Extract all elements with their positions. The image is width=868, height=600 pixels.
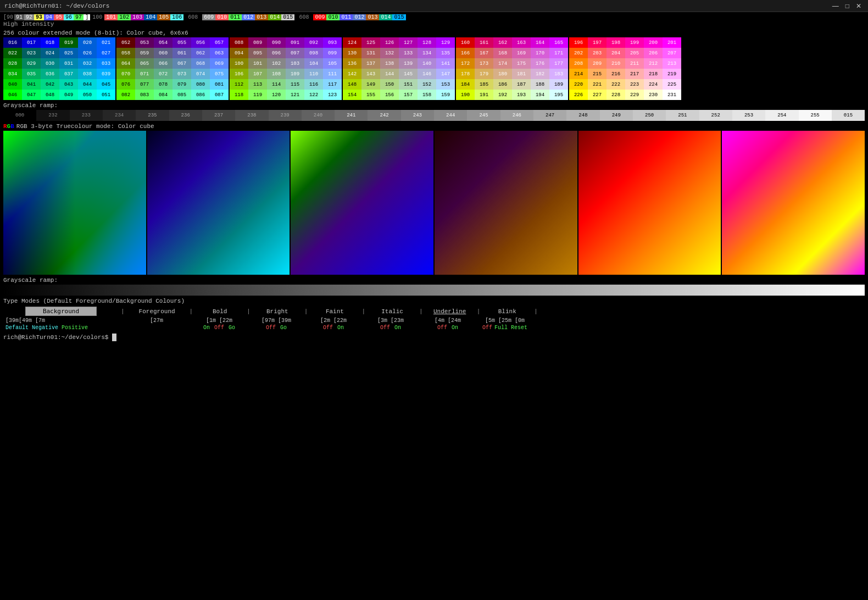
color-block-5: 160 161 162 163 164 165 166 167 168 169 … bbox=[456, 37, 568, 100]
ansi-codes-row: [39m[49m [7m | [27m | [1m [22m | [97m [3… bbox=[3, 317, 865, 324]
foreground-label: Foreground bbox=[127, 308, 187, 315]
tc-block-1 bbox=[3, 131, 146, 275]
color-block-2: 052 053 054 055 056 057 058 059 060 061 … bbox=[116, 37, 229, 100]
tc-block-6 bbox=[722, 131, 865, 275]
grayscale-ramp-1: 000 232 233 234 235 236 237 238 239 240 … bbox=[3, 110, 865, 121]
tc-block-3 bbox=[291, 131, 433, 275]
prompt-line: rich@RichTurn01:~/dev/colors$ bbox=[3, 334, 865, 341]
color-block-3: 088 089 090 091 092 093 094 095 096 097 … bbox=[230, 37, 342, 100]
grayscale-title-2: Grayscale ramp: bbox=[3, 277, 865, 284]
type-modes-title: Type Modes (Default Foreground/Backgroun… bbox=[3, 298, 865, 304]
underline-label: Underline bbox=[425, 308, 475, 315]
blink-label: Blink bbox=[482, 308, 532, 315]
color-cube-title: 256 colour extended mode (8-bit): Color … bbox=[3, 30, 865, 36]
tc-block-5 bbox=[578, 131, 721, 275]
italic-label: Italic bbox=[368, 308, 417, 315]
window-title: rich@RichTurn01: ~/dev/colors bbox=[4, 3, 109, 9]
truecolor-label-row: RGB RGB 3-byte Truecolour mode: Color cu… bbox=[3, 123, 865, 130]
type-modes-section: Type Modes (Default Foreground/Backgroun… bbox=[3, 298, 865, 331]
background-input[interactable] bbox=[25, 307, 97, 316]
color-block-1: 016 017 018 019 020 021 022 023 024 025 … bbox=[3, 37, 115, 100]
high-intensity-label: High intensity bbox=[3, 21, 865, 27]
maximize-button[interactable]: □ bbox=[843, 2, 852, 10]
bright-label: Bright bbox=[253, 308, 302, 315]
close-button[interactable]: ✕ bbox=[854, 2, 864, 10]
main-content: [90 91 92 93 94 95 96 97 ] 100 101 102 1… bbox=[0, 12, 868, 343]
truecolor-blocks bbox=[3, 131, 865, 275]
tm-background-col bbox=[3, 307, 119, 316]
bold-label: Bold bbox=[195, 308, 244, 315]
type-modes-header: | Foreground | Bold | Bright | Faint | I… bbox=[3, 305, 865, 317]
prompt-text: rich@RichTurn01:~/dev/colors$ bbox=[3, 334, 112, 341]
tc-block-2 bbox=[147, 131, 290, 275]
grayscale-ramp-2 bbox=[3, 285, 865, 296]
tc-block-4 bbox=[435, 131, 577, 275]
ansi-16-row: [90 91 92 93 94 95 96 97 ] 100 101 102 1… bbox=[3, 14, 865, 20]
faint-label: Faint bbox=[310, 308, 359, 315]
color-block-4: 124 125 126 127 128 129 130 131 132 133 … bbox=[343, 37, 455, 100]
mode-labels-row: Default Negative Positive | | On Off Go … bbox=[3, 324, 865, 331]
window-controls: — □ ✕ bbox=[830, 2, 864, 10]
color-cube-grid: 016 017 018 019 020 021 022 023 024 025 … bbox=[3, 37, 865, 100]
title-bar: rich@RichTurn01: ~/dev/colors — □ ✕ bbox=[0, 0, 868, 12]
minimize-button[interactable]: — bbox=[830, 2, 841, 10]
cell-016: 016 bbox=[3, 37, 22, 48]
truecolor-title: RGB 3-byte Truecolour mode: Color cube bbox=[16, 123, 154, 130]
grayscale-title-1: Grayscale ramp: bbox=[3, 102, 865, 109]
cursor bbox=[112, 334, 116, 341]
color-block-6: 196 197 198 199 200 201 202 203 204 205 … bbox=[569, 37, 681, 100]
